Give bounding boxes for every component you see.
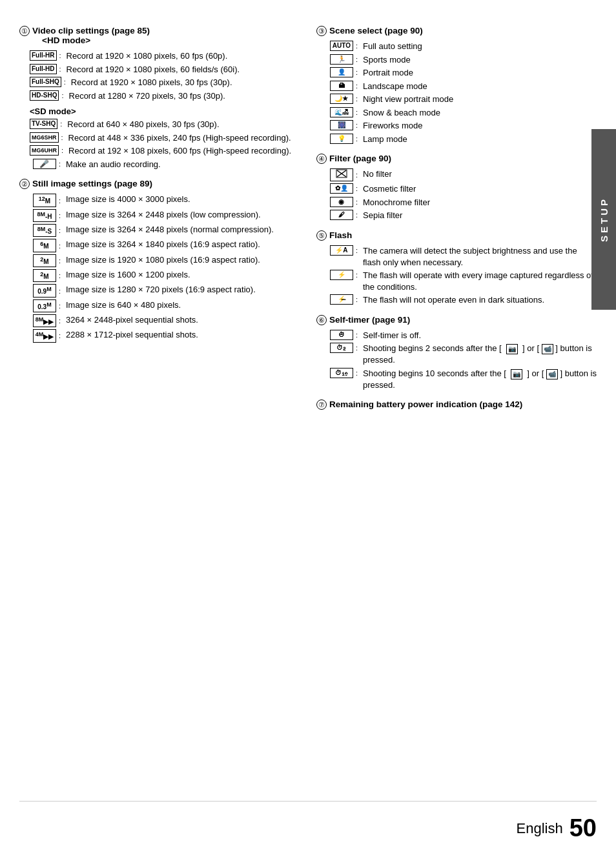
icon-landscape: 🏔: [327,81,360,91]
item-4m-seq: 4M▶▶: 2288 × 1712-pixel sequential shots… [30,329,303,342]
icon-lamp: 💡: [327,134,360,144]
main-content: ① Video clip settings (page 85) <HD mode… [19,26,597,794]
box-no-filter [330,168,353,181]
icon-hd-shq: HD-SHQ: [30,90,67,101]
section3-num: ③ [316,26,327,36]
section2-num: ② [19,179,30,189]
text-6m: Image size is 3264 × 1840 pixels (16:9 a… [66,239,303,250]
section4-header: ④ Filter (page 90) [316,154,597,166]
item-sepia: 🖌: Sepia filter [327,210,597,221]
box-flash-on: ⚡ [330,270,353,280]
icon-flash-auto: ⚡A: [327,245,360,256]
item-2m: 2M: Image size is 1600 × 1200 pixels. [30,269,303,282]
item-timer-2s: ⏱₂: Shooting begins 2 seconds after the … [327,343,597,366]
icon-snow-beach: 🌊🏖: [327,107,360,117]
page: SETUP ① Video clip settings (page 85) <H… [0,0,616,868]
audio-box: 🎤 [33,159,56,169]
item-night-portrait: 🌙★: Night view portrait mode [327,94,597,105]
item-mg6shr: MG6SHR: Record at 448 × 336 pixels, 240 … [30,132,303,144]
section-self-timer: ⑥ Self-timer (page 91) ⏱̶: Self-timer is… [316,315,597,391]
icon-audio: 🎤: [30,159,63,169]
item-landscape: 🏔: Landscape mode [327,81,597,92]
section3-title: Scene select (page 90) [329,26,423,35]
no-filter-svg [336,169,347,178]
text-4m-seq: 2288 × 1712-pixel sequential shots. [66,329,303,341]
icon-full-hd: Full-HD: [30,64,64,74]
full-hr-box: Full-HR [30,50,57,61]
section5-title: Flash [329,230,352,240]
text-full-hr: Record at 1920 × 1080 pixels, 60 fps (60… [67,50,303,62]
section4-title: Filter (page 90) [329,154,391,163]
box-03m: 0.3M [33,299,56,312]
item-cosmetic: ✿👤: Cosmetic filter [327,183,597,195]
text-8m-seq: 3264 × 2448-pixel sequential shots. [66,314,303,326]
icon-flash-on: ⚡: [327,270,360,280]
text-mg6uhr: Record at 192 × 108 pixels, 600 fps (Hig… [68,145,303,157]
mg6uhr-box: MG6UHR [30,145,59,156]
icon-full-auto: AUTO: [327,41,360,51]
section1-title: Video clip settings (page 85) <HD mode> [32,26,150,45]
box-flash-off: ⚡̶ [330,294,353,305]
text-09m: Image size is 1280 × 720 pixels (16:9 as… [66,284,303,296]
section-flash: ⑤ Flash ⚡A: The camera will detect the s… [316,230,597,306]
text-full-shq: Record at 1920 × 1080 pixels, 30 fps (30… [71,77,303,88]
text-flash-auto: The camera will detect the subject brigh… [363,245,597,268]
text-tv-shq: Record at 640 × 480 pixels, 30 fps (30p)… [67,119,303,130]
box-09m: 0.9M [33,284,56,297]
section-video-clip: ① Video clip settings (page 85) <HD mode… [19,26,303,170]
setup-sidebar: SETUP [591,129,616,310]
icon-night-portrait: 🌙★: [327,94,360,104]
text-full-auto: Full auto setting [363,41,597,52]
full-shq-box: Full-SHQ [30,77,61,87]
item-audio: 🎤: Make an audio recording. [30,159,303,170]
item-8m-seq: 8M▶▶: 3264 × 2448-pixel sequential shots… [30,314,303,327]
icon-03m: 0.3M: [30,299,63,312]
item-flash-on: ⚡: The flash will operate with every ima… [327,270,597,292]
item-flash-auto: ⚡A: The camera will detect the subject b… [327,245,597,268]
item-2m-169: 2M: Image size is 1920 × 1080 pixels (16… [30,254,303,267]
text-8m-s: Image size is 3264 × 2448 pixels (normal… [66,224,303,236]
section-scene-select: ③ Scene select (page 90) AUTO: Full auto… [316,26,597,145]
icon-cosmetic: ✿👤: [327,183,360,194]
box-sports: 🏃 [330,54,353,65]
box-4m-seq: 4M▶▶ [33,329,56,342]
text-sepia: Sepia filter [363,210,597,221]
item-mono: ◉: Monochrome filter [327,197,597,208]
icon-12m: 12M: [30,194,63,207]
section7-title: Remaining battery power indication (page… [329,399,522,409]
section5-header: ⑤ Flash [316,230,597,243]
item-full-hr: Full-HR: Record at 1920 × 1080 pixels, 6… [30,50,303,62]
item-8m-s: 8M-S: Image size is 3264 × 2448 pixels (… [30,224,303,237]
icon-2m: 2M: [30,269,63,282]
box-timer-2s: ⏱₂ [330,343,353,353]
text-timer-10s: Shooting begins 10 seconds after the [ 📷… [363,368,597,391]
section3-header: ③ Scene select (page 90) [316,26,597,38]
text-sports: Sports mode [363,54,597,66]
item-full-auto: AUTO: Full auto setting [327,41,597,52]
box-8m-s: 8M-S [33,224,56,237]
cam-icon-inline1: 📷 [506,344,518,354]
icon-4m-seq: 4M▶▶: [30,329,63,342]
text-audio: Make an audio recording. [66,159,303,170]
section7-num: ⑦ [316,399,327,410]
text-8m-h: Image size is 3264 × 2448 pixels (low co… [66,209,303,221]
left-column: ① Video clip settings (page 85) <HD mode… [19,26,303,794]
mg6shr-box: MG6SHR [30,132,59,143]
full-hd-box: Full-HD [30,64,57,74]
vid-icon-inline2: 📹 [546,369,558,379]
item-fireworks: 🎆: Fireworks mode [327,120,597,132]
footer: English 50 [19,801,597,842]
text-no-filter: No filter [363,168,597,180]
section7-header: ⑦ Remaining battery power indication (pa… [316,399,597,412]
footer-language: English [517,820,563,837]
item-full-shq: Full-SHQ: Record at 1920 × 1080 pixels, … [30,77,303,88]
item-timer-off: ⏱̶: Self-timer is off. [327,330,597,341]
section6-num: ⑥ [316,315,327,325]
tv-shq-box: TV-SHQ [30,119,57,129]
text-full-hd: Record at 1920 × 1080 pixels, 60 fields/… [67,64,303,76]
section1-header: ① Video clip settings (page 85) <HD mode… [19,26,303,48]
icon-6m: 6M: [30,239,63,252]
text-hd-shq: Record at 1280 × 720 pixels, 30 fps (30p… [69,90,303,102]
text-portrait: Portrait mode [363,67,597,79]
box-6m: 6M [33,239,56,252]
